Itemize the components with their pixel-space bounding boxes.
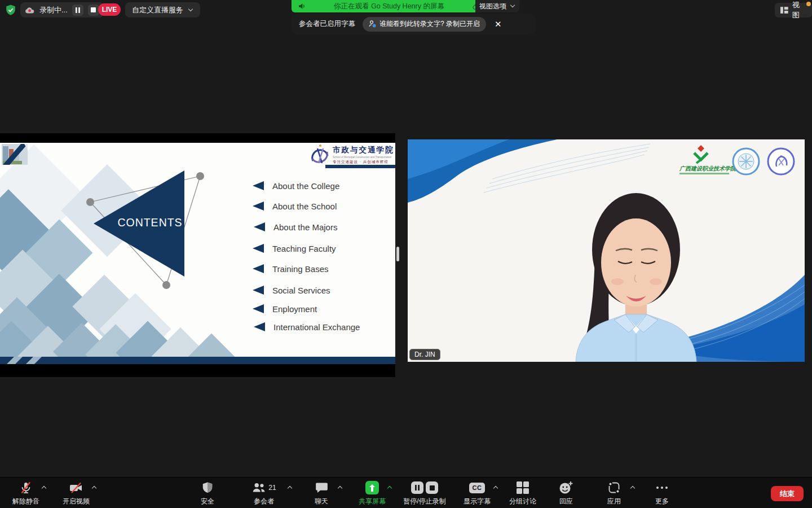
chevron-down-icon [188,7,193,13]
list-item: Training Bases [253,262,329,275]
triangle-bullet-icon [253,244,264,253]
show-captions-label: 显示字幕 [464,497,491,506]
transcript-visibility-button[interactable]: 谁能看到此转录文字? 录制已开启 [363,17,486,32]
video-off-icon [69,481,83,494]
security-shield-icon[interactable] [5,4,17,16]
meeting-toolbar: 解除静音 开启视频 安全 [0,477,812,508]
live-badge: LIVE [98,3,121,16]
participants-icon [251,481,266,494]
record-controls: 暂停/停止录制 [391,481,458,506]
college-slogan: 专注交通建设 · 共创城市辉煌 [333,160,394,165]
apps-chevron-icon[interactable] [630,485,636,491]
presentation-slide: CONTENTS 市政与交通学院 School [0,143,395,364]
apps-label: 应用 [607,497,621,506]
panel-resize-handle[interactable] [396,247,399,261]
cc-icon: CC [469,483,485,493]
chat-label: 聊天 [315,497,328,506]
reactions-icon [559,481,573,494]
watching-screen-text: 你正在观看 Go Study Henry 的屏幕 [306,2,473,11]
video-options-chevron-icon[interactable] [91,485,97,491]
triangle-bullet-icon [253,304,264,313]
triangle-bullet-icon [253,264,264,273]
audio-options-chevron-icon[interactable] [41,485,47,491]
speaker-video-tile: 广西建设职业技术学院 Dr. JIN [408,139,805,362]
university-logo-green [694,145,708,163]
notification-dot [806,2,811,6]
chat-chevron-icon[interactable] [337,485,343,491]
contents-title: CONTENTS [112,216,188,229]
participants-label: 参会者 [254,497,274,506]
triangle-bullet-icon [253,202,264,211]
captions-enabled-text: 参会者已启用字幕 [299,19,355,29]
triangle-bullet-icon [254,222,265,231]
participant-name-label: Dr. JIN [409,349,440,360]
record-controls-label: 暂停/停止录制 [403,497,445,506]
pause-recording-button[interactable] [72,5,83,16]
watching-screen-banner: 你正在观看 Go Study Henry 的屏幕 [292,0,489,12]
speaker-person [576,193,696,362]
list-item: About the Majors [254,221,337,233]
person-icon [369,20,376,28]
chevron-down-icon [510,3,515,9]
speaker-icon [298,3,306,10]
list-item: Teaching Faculty [253,242,336,255]
college-name-en: School of Municipal Construction and Tra… [333,156,394,159]
seal-logo-blue [733,148,759,174]
participants-chevron-icon[interactable] [287,485,293,491]
list-item: About the College [253,179,339,192]
apps-icon [608,481,620,494]
pause-record-button[interactable] [411,481,423,494]
mic-muted-icon [19,481,33,494]
participants-count: 21 [268,484,276,492]
speaker-video-frame: 广西建设职业技术学院 [408,139,805,362]
shared-screen-view: CONTENTS 市政与交通学院 School [0,133,395,377]
view-button-label: 视图 [792,0,806,20]
zoom-meeting-window: 录制中... LIVE 自定义直播服务 你正在观看 Go Study Henry… [0,0,812,508]
university-name-text: 广西建设职业技术学院 [679,165,737,172]
stop-record-button[interactable] [426,481,438,494]
view-options-button[interactable]: 视图选项 [475,0,519,12]
breakout-rooms-label: 分组讨论 [509,497,536,506]
list-item: About the School [253,200,337,212]
security-button[interactable]: 安全 [182,481,233,506]
triangle-bullet-icon [254,322,265,331]
more-button[interactable]: 更多 [637,481,687,506]
breakout-rooms-icon [517,481,529,494]
captions-notice-bar: 参会者已启用字幕 谁能看到此转录文字? 录制已开启 ✕ [292,14,535,34]
chat-icon [315,481,328,494]
view-layout-icon [780,7,788,14]
list-item: Social Services [253,284,330,296]
share-screen-label: 共享屏幕 [359,497,386,506]
cloud-recording-icon [25,6,35,14]
college-name-cn: 市政与交通学院 [333,145,394,155]
start-video-label: 开启视频 [63,497,90,506]
end-meeting-button[interactable]: 结束 [771,486,804,501]
recording-status-label: 录制中... [39,5,68,15]
more-label: 更多 [655,497,669,506]
list-item: International Exchange [254,321,360,333]
header-accent-bar [325,165,395,168]
reactions-button[interactable]: 回应 [541,481,592,506]
recording-pill: 录制中... [20,2,104,17]
triangle-bullet-icon [253,286,264,295]
security-label: 安全 [201,497,214,506]
campus-photo [2,144,28,165]
more-icon [656,487,668,489]
live-stream-service-label: 自定义直播服务 [132,5,183,15]
stop-recording-button[interactable] [88,5,99,16]
close-icon[interactable]: ✕ [495,19,502,29]
seal-logo-purple [768,148,794,174]
list-item: Enployment [253,303,317,315]
share-screen-icon [365,481,379,494]
slide-header-text: 市政与交通学院 School of Municipal Construction… [333,145,394,165]
slide-footer-bar [0,357,395,364]
transcript-notice-label: 谁能看到此转录文字? 录制已开启 [379,19,480,29]
college-logo-icon [310,144,331,167]
view-options-label: 视图选项 [479,2,506,11]
unmute-label: 解除静音 [12,497,39,506]
live-stream-service-button[interactable]: 自定义直播服务 [125,2,200,17]
triangle-bullet-icon [253,181,264,190]
shield-icon [201,481,214,494]
participants-button[interactable]: 21 参会者 [239,481,289,506]
reactions-label: 回应 [559,497,573,506]
